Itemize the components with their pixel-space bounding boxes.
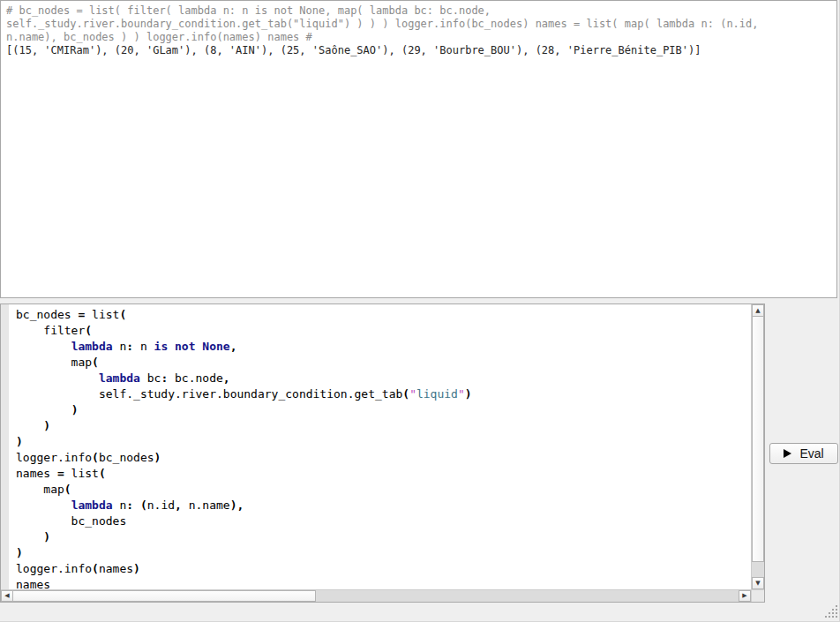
code-line: bc_nodes xyxy=(16,513,751,529)
left-arrow-icon: ◀ xyxy=(4,593,9,599)
play-icon xyxy=(784,449,791,458)
code-line: names = list( xyxy=(16,466,751,482)
scrollbar-corner xyxy=(751,589,764,602)
code-line: ) xyxy=(16,545,751,561)
code-line: logger.info(bc_nodes) xyxy=(16,450,751,466)
code-line: ) xyxy=(16,434,751,450)
code-line: map( xyxy=(16,482,751,498)
code-line: ) xyxy=(16,529,751,545)
horizontal-scrollbar-thumb[interactable] xyxy=(12,590,316,602)
down-arrow-icon: ▼ xyxy=(755,581,760,587)
code-line: ) xyxy=(16,418,751,434)
code-line: bc_nodes = list( xyxy=(16,307,751,323)
code-line: self._study.river.boundary_condition.get… xyxy=(16,386,751,402)
horizontal-scrollbar[interactable]: ◀ ▶ xyxy=(1,589,751,602)
history-line: [(15, 'CMIRam'), (20, 'GLam'), (8, 'AIN'… xyxy=(6,44,831,57)
history-line: self._study.river.boundary_condition.get… xyxy=(6,18,831,31)
history-line: # bc_nodes = list( filter( lambda n: n i… xyxy=(6,4,831,18)
scroll-down-button[interactable]: ▼ xyxy=(752,577,764,589)
right-arrow-icon: ▶ xyxy=(742,593,746,599)
eval-button-label: Eval xyxy=(799,446,823,461)
size-grip[interactable] xyxy=(825,605,838,618)
scroll-left-button[interactable]: ◀ xyxy=(1,590,13,602)
scroll-right-button[interactable]: ▶ xyxy=(739,590,751,602)
code-line: lambda n: (n.id, n.name), xyxy=(16,498,751,513)
vertical-scrollbar-thumb[interactable] xyxy=(752,316,764,562)
vertical-scrollbar[interactable]: ▲ ▼ xyxy=(751,304,764,589)
history-panel[interactable]: # bc_nodes = list( filter( lambda n: n i… xyxy=(0,0,837,298)
code-line: logger.info(names) xyxy=(16,561,751,577)
code-line: names xyxy=(16,577,751,589)
code-line: lambda n: n is not None, xyxy=(16,339,751,355)
code-area[interactable]: bc_nodes = list( filter( lambda n: n is … xyxy=(1,304,751,589)
code-line: lambda bc: bc.node, xyxy=(16,371,751,386)
eval-button[interactable]: Eval xyxy=(769,443,838,464)
code-line: map( xyxy=(16,355,751,371)
code-editor: bc_nodes = list( filter( lambda n: n is … xyxy=(0,304,765,603)
code-line: filter( xyxy=(16,323,751,339)
scroll-up-button[interactable]: ▲ xyxy=(752,304,764,317)
code-line: ) xyxy=(16,402,751,418)
history-line: n.name), bc_nodes ) ) logger.info(names)… xyxy=(6,31,831,44)
up-arrow-icon: ▲ xyxy=(755,308,760,314)
